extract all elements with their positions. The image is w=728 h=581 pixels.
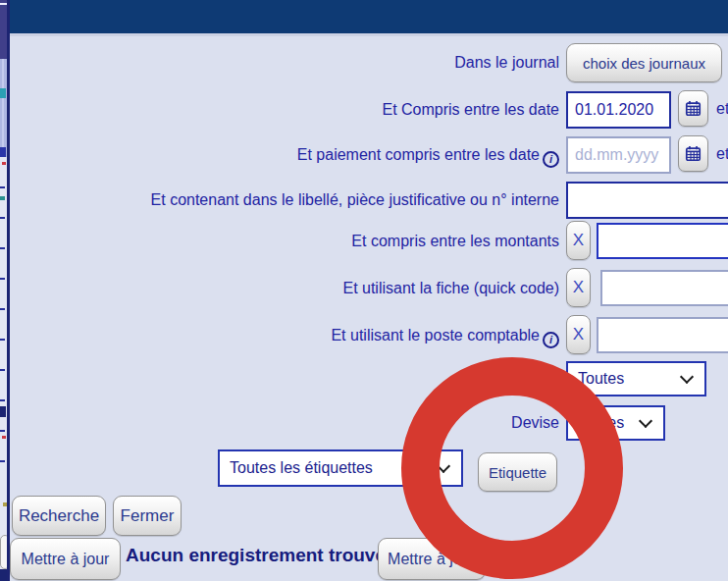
date-from-input[interactable]	[566, 91, 671, 129]
window-edge-fragment	[0, 88, 6, 98]
header-separator	[10, 33, 728, 36]
clear-x-icon: X	[573, 231, 584, 250]
amount-from-input[interactable]	[597, 223, 728, 259]
calendar-icon	[685, 99, 702, 118]
payment-date-range-label: Et paiement compris entre les datei	[297, 145, 559, 168]
window-edge-fragment	[2, 59, 4, 157]
poste-comptable-label-text: Et utilisant le poste comptable	[331, 327, 540, 343]
window-edge-divider	[7, 0, 10, 581]
payment-date-range-label-text: Et paiement compris entre les date	[297, 146, 540, 163]
calendar-button[interactable]	[678, 90, 708, 127]
amounts-label: Et compris entre les montants	[351, 232, 559, 251]
window-edge-fragment	[0, 278, 5, 280]
poste-comptable-label: Et utilisant le poste comptablei	[331, 326, 559, 348]
etiquette-select-value: Toutes les étiquettes	[230, 459, 373, 477]
clear-x-icon: X	[573, 325, 584, 344]
close-button[interactable]: Fermer	[113, 496, 182, 536]
clear-x-icon: X	[573, 278, 584, 297]
devise-label: Devise	[511, 413, 559, 433]
window-edge-fragment	[0, 3, 7, 5]
date-range-label: Et Compris entre les date	[382, 100, 559, 120]
calendar-icon	[685, 144, 702, 163]
info-icon[interactable]: i	[543, 151, 559, 168]
window-edge-fragment	[0, 186, 5, 188]
status-message: Aucun enregistrement trouvé	[126, 545, 386, 566]
window-edge-fragment	[0, 217, 5, 219]
window-edge-fragment	[0, 430, 5, 432]
journal-label: Dans le journal	[454, 53, 559, 73]
libelle-input[interactable]	[566, 182, 728, 219]
payment-date-range-suffix: et	[716, 145, 728, 163]
payment-calendar-button[interactable]	[678, 135, 708, 172]
window-edge-fragment	[0, 399, 5, 401]
window-edge-fragment	[0, 406, 6, 417]
etiquette-select[interactable]: Toutes les étiquettes	[218, 449, 463, 487]
search-button[interactable]: Recherche	[12, 496, 106, 536]
window-edge-fragment	[0, 460, 5, 462]
filter-select-value: Toutes	[578, 370, 624, 388]
window-edge-fragment	[0, 339, 5, 341]
window-edge-fragment	[0, 247, 5, 249]
amounts-clear-button[interactable]: X	[566, 221, 591, 260]
quick-code-label: Et utilisant la fiche (quick code)	[342, 279, 559, 298]
window-edge-fragment	[0, 308, 5, 310]
poste-comptable-input[interactable]	[597, 317, 728, 353]
window-edge-fragment	[0, 196, 5, 200]
devise-select-value: Toutes	[578, 414, 624, 432]
window-header-bar	[0, 0, 728, 33]
info-icon[interactable]: i	[543, 332, 559, 348]
update-button-right[interactable]: Mettre à jour	[378, 538, 486, 580]
etiquette-button[interactable]: Etiquette	[478, 452, 557, 492]
choose-journals-button[interactable]: choix des journaux	[566, 43, 722, 82]
devise-select[interactable]: Toutes	[566, 405, 665, 441]
poste-clear-button[interactable]: X	[566, 315, 591, 354]
chevron-down-icon	[437, 459, 450, 473]
chevron-down-icon	[680, 370, 694, 384]
quick-code-clear-button[interactable]: X	[566, 268, 591, 307]
chevron-down-icon	[639, 414, 652, 428]
window-edge-fragment	[0, 369, 5, 371]
window-edge-fragment	[0, 0, 7, 59]
update-button-left[interactable]: Mettre à jour	[10, 538, 121, 580]
date-range-suffix: et	[716, 100, 728, 118]
filter-select[interactable]: Toutes	[566, 361, 706, 396]
window-edge-fragment	[0, 147, 6, 157]
libelle-label: Et contenant dans le libellé, pièce just…	[151, 190, 559, 210]
payment-date-from-input[interactable]	[566, 136, 671, 174]
window-edge-fragment	[2, 436, 6, 439]
quick-code-input[interactable]	[600, 270, 728, 306]
window-edge-fragment	[2, 162, 6, 165]
